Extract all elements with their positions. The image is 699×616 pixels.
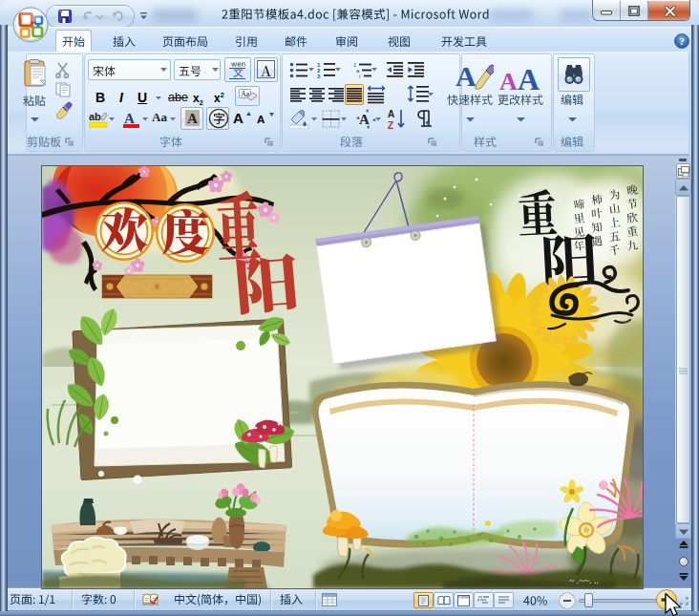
svg-text:3: 3 — [317, 74, 321, 79]
svg-text:A: A — [388, 109, 394, 119]
svg-text:i: i — [359, 74, 360, 78]
svg-text:~ .~~. ..: ~ .~~. .. — [569, 575, 599, 585]
svg-text:A: A — [518, 62, 540, 94]
svg-text:A: A — [187, 111, 198, 126]
svg-text:A: A — [455, 60, 477, 92]
svg-text:ab: ab — [89, 111, 101, 122]
svg-text:?: ? — [679, 35, 685, 47]
svg-text:A: A — [359, 112, 370, 127]
svg-text:Z: Z — [388, 120, 393, 131]
svg-text:A: A — [499, 68, 518, 94]
svg-text:A: A — [124, 111, 135, 126]
